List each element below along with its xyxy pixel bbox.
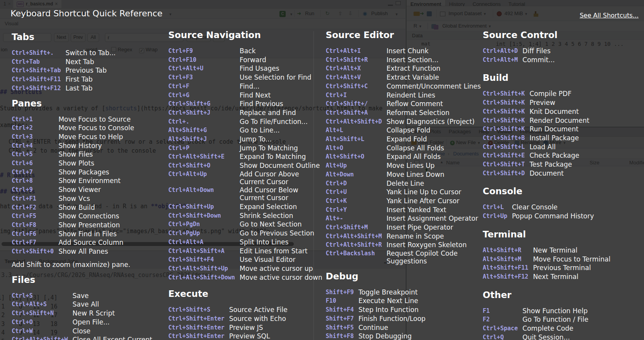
section-tabs: TabsCtrl+Shift+.Switch to Tab...Ctrl+Tab… xyxy=(12,31,158,93)
shortcut-row: Ctrl+F7Add Source Column xyxy=(12,238,134,247)
shortcut-desc: Quit Session... xyxy=(522,333,588,340)
shortcut-desc: Last Tab xyxy=(65,84,115,93)
shortcut-desc: Forward xyxy=(240,56,323,65)
shortcut-row: F1Show Function Help xyxy=(483,307,588,316)
shortcut-keys: Ctrl+Shift+F12 xyxy=(12,84,65,93)
shortcut-row: Alt+Shift+LExpand Fold xyxy=(326,135,471,144)
shortcut-desc: Find Previous xyxy=(240,99,323,108)
shortcut-keys: Alt+- xyxy=(326,214,387,223)
shortcut-row: Ctrl+Shift+RInsert Section... xyxy=(326,56,471,65)
shortcut-desc: Shrink Selection xyxy=(240,211,323,220)
shortcut-row: Ctrl+Shift+NNew R Script xyxy=(12,309,152,318)
shortcut-keys: Alt+Down xyxy=(326,170,387,179)
shortcut-row: Alt+Shift+RNew Terminal xyxy=(483,246,611,255)
shortcut-row: Ctrl+PgDnGo to Next Section xyxy=(168,220,322,229)
shortcut-desc: Insert Roxygen Skeleton xyxy=(387,241,471,249)
shortcut-row: Ctrl+4Show History xyxy=(12,141,134,150)
shortcut-keys: Ctrl+2 xyxy=(12,124,58,133)
shortcut-desc: Show Diagnostics (Project) xyxy=(387,117,471,126)
shortcut-row: Ctrl+Alt+SSave All xyxy=(12,300,152,309)
shortcut-keys: Ctrl+Shift+T xyxy=(483,160,529,169)
shortcut-desc: Comment/Uncomment Lines xyxy=(387,82,471,91)
shortcut-keys: Ctrl+Shift+. xyxy=(12,49,65,58)
shortcut-desc: Show Plots xyxy=(58,159,134,168)
shortcut-row: Ctrl+F9Back xyxy=(168,47,322,56)
shortcut-keys: Ctrl+Alt+Shift+W xyxy=(12,335,73,340)
shortcut-desc: Switch to Tab... xyxy=(65,49,115,58)
section-title-files: Files xyxy=(12,274,158,286)
shortcut-keys: Ctrl+Backslash xyxy=(326,249,387,266)
section-note: Add Shift to zoom (maximize) pane. xyxy=(12,261,158,269)
shortcut-desc: Yank Line After Cursor xyxy=(387,197,471,206)
shortcut-desc: Back xyxy=(240,47,323,56)
shortcut-keys: Ctrl+Alt+Down xyxy=(168,186,240,202)
shortcut-row: Ctrl+PJump To Matching xyxy=(168,144,322,153)
shortcut-row: Ctrl+QQuit Session... xyxy=(483,333,588,340)
shortcut-keys: Ctrl+Shift+G xyxy=(168,99,240,108)
shortcut-row: Ctrl+3Move Focus to Help xyxy=(12,133,134,141)
section-title-console: Console xyxy=(483,185,639,197)
shortcut-keys: Ctrl+Shift+D xyxy=(483,169,529,178)
shortcut-desc: Source Active File xyxy=(229,305,288,314)
shortcut-row: Ctrl+Shift+AReformat Selection xyxy=(326,108,471,117)
shortcut-row: Ctrl+Shift+TTest Package xyxy=(483,160,589,169)
shortcut-desc: Open File... xyxy=(73,318,152,327)
shortcut-keys: Ctrl+Alt+X xyxy=(326,64,387,73)
shortcut-row: Ctrl+5Show Files xyxy=(12,150,134,159)
shortcut-row: Alt+Shift+F11Previous Terminal xyxy=(483,263,611,272)
shortcut-keys: F10 xyxy=(326,296,358,305)
shortcut-keys: Alt+Shift+M xyxy=(483,255,533,264)
shortcut-keys: Ctrl+G xyxy=(168,91,240,100)
shortcut-row: Ctrl+BackslashRequest Copilot Code Sugge… xyxy=(326,249,471,266)
shortcut-row: Ctrl+2Move Focus to Console xyxy=(12,124,134,133)
shortcut-keys: Ctrl+Shift+K xyxy=(483,107,529,116)
shortcut-row: F2Go To Function / File xyxy=(483,315,588,324)
shortcut-desc: Preview xyxy=(529,98,589,107)
shortcut-desc: Move Focus to Console xyxy=(58,124,134,133)
shortcut-table-other: F1Show Function HelpF2Go To Function / F… xyxy=(483,307,588,340)
section-title-source-editor: Source Editor xyxy=(326,29,474,41)
shortcut-keys: Ctrl+Space xyxy=(483,324,522,333)
shortcut-desc: Compile PDF xyxy=(529,89,589,98)
shortcut-desc: Continue xyxy=(358,323,426,332)
shortcut-desc: Insert Chunk xyxy=(387,47,471,56)
shortcut-desc: Document xyxy=(529,169,589,178)
shortcut-keys: Ctrl+F10 xyxy=(168,56,240,65)
shortcut-desc: Move Lines Down xyxy=(387,170,471,179)
shortcut-desc: Show Build xyxy=(58,203,134,212)
shortcut-keys: Ctrl+Alt+U xyxy=(168,64,240,73)
shortcut-row: Ctrl+Shift+DownShrink Selection xyxy=(168,211,322,220)
shortcut-desc: Show Presentation xyxy=(58,221,134,230)
shortcut-keys: Ctrl+F1 xyxy=(12,194,58,203)
shortcut-keys: Ctrl+Alt+Shift+A xyxy=(168,247,240,256)
shortcut-row: Ctrl+Alt+Shift+RInsert Roxygen Skeleton xyxy=(326,241,471,249)
shortcut-row: Ctrl+Shift+EnterSource with Echo xyxy=(168,314,288,323)
shortcut-desc: Expand All Folds xyxy=(387,152,471,161)
shortcut-keys: Ctrl+Alt+Shift+M xyxy=(326,232,387,241)
section-source-navigation: Source NavigationCtrl+F9BackCtrl+F10Forw… xyxy=(168,29,313,282)
shortcut-row: F10Execute Next Line xyxy=(326,296,426,305)
shortcut-desc: Finish Function/Loop xyxy=(358,314,426,323)
shortcut-desc: Show Environment xyxy=(58,176,134,185)
shortcut-row: Alt+UpMove Lines Up xyxy=(326,161,471,170)
shortcut-keys: Ctrl+Shift+0 xyxy=(12,247,58,256)
shortcut-keys: Ctrl+Q xyxy=(483,333,522,340)
shortcut-row: Ctrl+8Show Environment xyxy=(12,176,134,185)
shortcut-keys: Alt+Shift+G xyxy=(168,126,240,135)
shortcut-row: Ctrl+LClear Console xyxy=(483,203,594,212)
shortcut-desc: Clear Console xyxy=(512,203,594,212)
shortcut-keys: Ctrl+Shift+Tab xyxy=(12,66,65,75)
section-title-panes: Panes xyxy=(12,98,158,109)
shortcut-row: Ctrl+Alt+Shift+WClose All Except Current xyxy=(12,335,152,340)
shortcut-table-source-control: Ctrl+Alt+DDiff FilesCtrl+Alt+MCommit... xyxy=(483,47,555,64)
shortcut-row: Ctrl+Shift+BInstall Package xyxy=(483,134,589,143)
shortcut-desc: Find... xyxy=(240,82,323,91)
shortcut-keys: Ctrl+Alt+M xyxy=(483,56,522,65)
shortcut-keys: Ctrl+U xyxy=(326,188,387,197)
see-all-shortcuts-link[interactable]: See All Shortcuts... xyxy=(579,12,639,19)
shortcut-desc: Move active cursor up xyxy=(240,264,323,273)
shortcut-desc: Show Packages xyxy=(58,168,134,177)
section-title-other: Other xyxy=(483,289,639,301)
shortcut-keys: Ctrl+P xyxy=(168,144,240,153)
shortcut-desc: Check Package xyxy=(529,151,589,160)
